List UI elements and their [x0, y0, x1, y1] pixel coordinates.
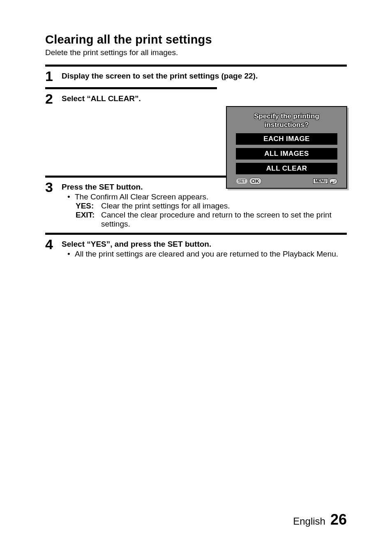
definition-desc: Cancel the clear procedure and return to… — [101, 211, 347, 229]
bullet: • The Confirm All Clear Screen appears. — [62, 192, 347, 201]
page-footer: English 26 — [293, 511, 347, 528]
footer-page-number: 26 — [330, 511, 347, 528]
title-line-2: instructions? — [265, 121, 309, 129]
step-heading: Select “YES”, and press the SET button. — [62, 240, 347, 249]
step-number: 2 — [45, 92, 62, 106]
step-number: 1 — [45, 69, 62, 83]
section-title: Clearing all the print settings — [45, 33, 347, 46]
set-chip: SET — [236, 178, 248, 184]
menu-item-each-image[interactable]: EACH IMAGE — [236, 133, 337, 145]
menu-item-all-clear[interactable]: ALL CLEAR — [236, 163, 337, 174]
bullet-dot: • — [67, 250, 71, 259]
step-number: 3 — [45, 180, 62, 194]
bullet-dot: • — [67, 192, 71, 201]
bullet-text: The Confirm All Clear Screen appears. — [75, 192, 208, 201]
menu-item-all-images[interactable]: ALL IMAGES — [236, 148, 337, 160]
step-heading: Select “ALL CLEAR”. — [62, 94, 347, 103]
definition-desc: Clear the print settings for all images. — [101, 201, 347, 211]
menu-chip: MENU — [313, 178, 328, 184]
ok-chip: OK — [249, 178, 262, 185]
definition-yes: YES: Clear the print settings for all im… — [76, 201, 347, 211]
footer-language: English — [293, 516, 325, 527]
step-number: 4 — [45, 237, 62, 251]
section-subtitle: Delete the print settings for all images… — [45, 48, 347, 57]
step-4: 4 Select “YES”, and press the SET button… — [45, 235, 347, 263]
menu-return-indicator: MENU — [313, 178, 337, 184]
definition-term: EXIT: — [76, 211, 101, 229]
return-icon — [329, 178, 337, 184]
step-1: 1 Display the screen to set the print se… — [45, 67, 347, 87]
camera-screen: Specify the printing instructions? EACH … — [226, 106, 347, 189]
title-line-1: Specify the printing — [254, 112, 319, 120]
bullet: • All the print settings are cleared and… — [62, 250, 347, 259]
definition-exit: EXIT: Cancel the clear procedure and ret… — [76, 211, 347, 229]
bullet-text: All the print settings are cleared and y… — [75, 250, 338, 259]
set-ok-indicator: SET OK — [236, 178, 262, 185]
definition-term: YES: — [76, 201, 101, 211]
step-heading: Display the screen to set the print sett… — [62, 72, 347, 81]
camera-screen-title: Specify the printing instructions? — [236, 112, 337, 129]
